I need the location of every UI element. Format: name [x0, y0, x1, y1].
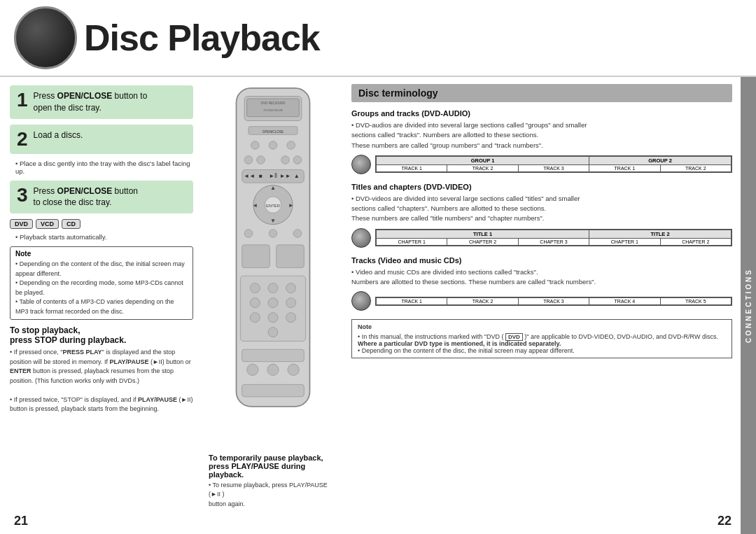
stop-heading: To stop playback,press STOP during playb…: [10, 325, 193, 345]
svg-point-13: [293, 156, 302, 164]
sidebar-label-text: CONNECTIONS: [745, 268, 752, 343]
section-groups-tracks: Groups and tracks (DVD-AUDIO) • DVD-audi…: [351, 109, 732, 174]
page-title: Disc Playback: [84, 17, 320, 59]
svg-text:ENTER: ENTER: [266, 204, 280, 208]
section-tracks-video-music: Tracks (Video and music CDs) • Video and…: [351, 256, 732, 311]
step-1-box: 1 Press OPEN/CLOSE button toopen the dis…: [10, 85, 193, 119]
groups-tracks-diagram: GROUP 1 GROUP 2 TRACK 1 TRACK 2 TRACK 3 …: [351, 155, 732, 174]
groups-tracks-table: GROUP 1 GROUP 2 TRACK 1 TRACK 2 TRACK 3 …: [375, 155, 732, 173]
section-titles-chapters: Titles and chapters (DVD-VIDEO) • DVD-vi…: [351, 183, 732, 248]
svg-point-29: [293, 230, 302, 238]
svg-point-40: [268, 313, 278, 323]
right-panel: Disc terminology Groups and tracks (DVD-…: [343, 77, 741, 513]
note-box: Note • Depending on the content of the d…: [10, 246, 193, 320]
note-label: Note: [15, 250, 188, 258]
svg-rect-43: [242, 349, 304, 361]
svg-text:TV DVD RCVR: TV DVD RCVR: [263, 108, 283, 112]
svg-point-35: [286, 283, 296, 293]
step-3-box: 3 Press OPEN/CLOSE buttonto close the di…: [10, 181, 193, 214]
disc-badges: DVD VCD CD: [10, 219, 193, 229]
section-titles-chapters-title: Titles and chapters (DVD-VIDEO): [351, 183, 732, 191]
titles-chapters-diagram: TITLE 1 TITLE 2 CHAPTER 1 CHAPTER 2 CHAP…: [351, 228, 732, 248]
svg-point-9: [287, 141, 295, 150]
titles-chapters-table: TITLE 1 TITLE 2 CHAPTER 1 CHAPTER 2 CHAP…: [375, 229, 732, 246]
disc-icon-tracks: [351, 291, 371, 311]
svg-point-41: [286, 313, 296, 323]
remote-control-image: DVD RECEIVER TV DVD RCVR OPEN/CLOSE ◄◄ ■…: [224, 84, 322, 427]
bottom-note-text: • In this manual, the instructions marke…: [358, 333, 718, 354]
sidebar-connections: CONNECTIONS: [741, 77, 756, 534]
section-groups-tracks-title: Groups and tracks (DVD-AUDIO): [351, 109, 732, 118]
middle-panel: DVD RECEIVER TV DVD RCVR OPEN/CLOSE ◄◄ ■…: [203, 77, 343, 513]
svg-point-44: [247, 364, 258, 375]
bottom-note-label: Note: [358, 323, 372, 330]
svg-point-38: [286, 298, 296, 308]
page-number-left: 21: [14, 514, 28, 528]
section-tracks-text: • Video and music CDs are divided into s…: [351, 267, 732, 288]
bottom-note-box: Note • In this manual, the instructions …: [351, 319, 732, 358]
section-titles-chapters-text: • DVD-videos are divided into several la…: [351, 194, 732, 224]
stop-text: • If pressed once, "PRESS PLAY" is displ…: [10, 348, 193, 414]
badge-dvd: DVD: [10, 219, 33, 229]
bottom-note-content: Note • In this manual, the instructions …: [358, 323, 726, 354]
svg-text:DVD RECEIVER: DVD RECEIVER: [261, 101, 286, 105]
disc-terminology-header: Disc terminology: [351, 84, 732, 102]
svg-point-39: [250, 313, 260, 323]
logo-disc: [14, 6, 77, 69]
disc-icon-titles: [351, 228, 371, 248]
svg-text:◄◄: ◄◄: [244, 173, 255, 179]
disc-terminology-title: Disc terminology: [358, 87, 438, 99]
disc-icon-groups: [351, 155, 371, 174]
step-3-number: 3: [17, 185, 28, 205]
pause-heading: To temporarily pause playback,press PLAY…: [209, 454, 337, 479]
svg-text:▲: ▲: [294, 173, 300, 179]
step-3-text: Press OPEN/CLOSE buttonto close the disc…: [34, 185, 138, 209]
svg-point-46: [288, 364, 299, 375]
svg-text:►ll: ►ll: [269, 173, 277, 179]
svg-text:▼: ▼: [270, 218, 276, 224]
left-panel: 1 Press OPEN/CLOSE button toopen the dis…: [0, 77, 203, 513]
step-1-text: Press OPEN/CLOSE button toopen the disc …: [34, 90, 148, 114]
pause-section: To temporarily pause playback,press PLAY…: [203, 449, 343, 514]
badge-cd: CD: [62, 219, 80, 229]
tracks-diagram: TRACK 1 TRACK 2 TRACK 3 TRACK 4 TRACK 5: [351, 291, 732, 311]
svg-point-42: [268, 328, 278, 337]
svg-point-12: [281, 156, 290, 164]
step-3-note: • Playback starts automatically.: [10, 233, 193, 241]
step-2-text: Load a discs.: [34, 129, 83, 141]
content-area: 1 Press OPEN/CLOSE button toopen the dis…: [0, 77, 741, 513]
svg-point-37: [268, 298, 278, 308]
svg-point-8: [269, 141, 277, 150]
step-2-box: 2 Load a discs.: [10, 125, 193, 154]
pause-text: • To resume playback, press PLAY/PAUSE (…: [209, 481, 337, 510]
section-tracks-title: Tracks (Video and music CDs): [351, 256, 732, 265]
svg-point-36: [250, 298, 260, 308]
svg-text:◄: ◄: [252, 202, 258, 209]
svg-point-11: [257, 156, 265, 164]
svg-text:■: ■: [259, 173, 262, 179]
svg-point-28: [269, 230, 277, 238]
step-2-note: • Place a disc gently into the tray with…: [10, 160, 193, 175]
svg-point-33: [250, 283, 260, 293]
section-groups-tracks-text: • DVD-audios are divided into several la…: [351, 120, 732, 150]
step-1-number: 1: [17, 90, 28, 110]
svg-text:►►: ►►: [279, 173, 290, 179]
step-2-number: 2: [17, 129, 28, 149]
page-number-right: 22: [718, 514, 732, 528]
svg-text:►: ►: [288, 202, 294, 209]
svg-rect-31: [276, 245, 304, 268]
badge-vcd: VCD: [36, 219, 59, 229]
tracks-table: TRACK 1 TRACK 2 TRACK 3 TRACK 4 TRACK 5: [375, 297, 732, 306]
svg-point-45: [267, 364, 279, 375]
svg-point-27: [244, 230, 253, 238]
header: Disc Playback: [0, 0, 756, 77]
svg-rect-47: [242, 384, 304, 397]
svg-point-7: [251, 141, 260, 150]
stop-section: To stop playback,press STOP during playb…: [10, 325, 193, 414]
svg-point-34: [268, 283, 278, 293]
svg-point-10: [244, 156, 253, 164]
svg-rect-30: [242, 245, 270, 268]
svg-text:▲: ▲: [270, 185, 276, 191]
note-content: • Depending on the content of the disc, …: [15, 260, 188, 316]
svg-text:OPEN/CLOSE: OPEN/CLOSE: [262, 130, 284, 134]
